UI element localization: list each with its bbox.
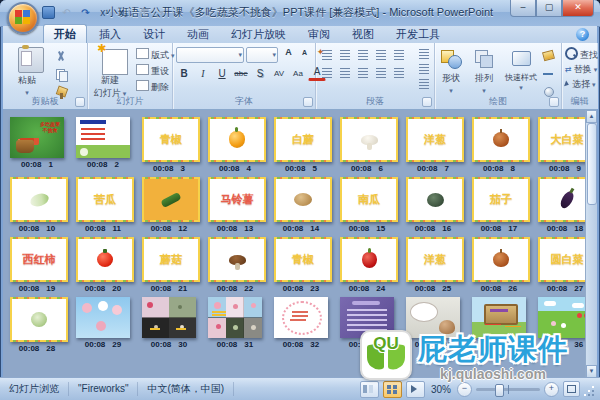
slide-thumbnail[interactable]: 00:0828 xyxy=(10,297,64,355)
slide-7-preview[interactable]: 洋葱 xyxy=(406,117,464,162)
slide-thumbnail[interactable]: 00:0816 xyxy=(406,177,460,235)
slide-20-preview[interactable] xyxy=(76,237,134,282)
slide-thumbnail[interactable]: 多吃蔬菜不挑食00:081 xyxy=(10,117,64,175)
slide-thumbnail[interactable]: 白蘑00:085 xyxy=(274,117,328,175)
arrange-button[interactable]: 排列▾ xyxy=(468,45,500,95)
scrollbar-thumb[interactable] xyxy=(587,123,597,205)
replace-button[interactable]: ⇄替换 ▾ xyxy=(562,62,597,77)
slide-26-preview[interactable] xyxy=(472,237,530,282)
tab-insert[interactable]: 插入 xyxy=(89,25,131,43)
normal-view-button[interactable] xyxy=(360,381,379,398)
tab-animations[interactable]: 动画 xyxy=(177,25,219,43)
slide-23-preview[interactable]: 青椒 xyxy=(274,237,332,282)
tab-design[interactable]: 设计 xyxy=(133,25,175,43)
fit-to-window-button[interactable] xyxy=(563,381,580,397)
slide-thumbnail[interactable]: 00:0812 xyxy=(142,177,196,235)
slide-2-preview[interactable] xyxy=(76,117,130,158)
slide-1-preview[interactable]: 多吃蔬菜不挑食 xyxy=(10,117,64,158)
character-spacing-button[interactable]: AV xyxy=(270,65,288,82)
bullets-button[interactable] xyxy=(318,47,335,62)
slide-thumbnail[interactable]: 圆白菜00:0827 xyxy=(538,237,592,295)
slide-8-preview[interactable] xyxy=(472,117,530,162)
slide-thumbnail[interactable]: 00:086 xyxy=(340,117,394,175)
underline-button[interactable]: U xyxy=(213,65,231,82)
slide-29-preview[interactable] xyxy=(76,297,130,338)
slide-16-preview[interactable] xyxy=(406,177,464,222)
tab-view[interactable]: 视图 xyxy=(342,25,384,43)
maximize-button[interactable]: ▢ xyxy=(536,0,562,17)
slide-24-preview[interactable] xyxy=(340,237,398,282)
slide-thumbnail[interactable]: 00:084 xyxy=(208,117,262,175)
align-center-button[interactable] xyxy=(336,65,353,80)
slide-thumbnail[interactable]: 00:0829 xyxy=(76,297,130,355)
increase-indent-button[interactable] xyxy=(372,47,389,62)
delete-button[interactable]: 删除 xyxy=(136,80,169,95)
slide-21-preview[interactable]: 蘑菇 xyxy=(142,237,200,282)
font-size-select[interactable]: ▾ xyxy=(246,47,278,63)
align-text-button[interactable] xyxy=(417,61,431,74)
quick-styles-button[interactable]: 快速样式▾ xyxy=(501,45,541,95)
minimize-button[interactable]: – xyxy=(510,0,536,17)
zoom-slider-thumb[interactable] xyxy=(495,384,504,397)
slideshow-view-button[interactable] xyxy=(406,381,425,398)
justify-button[interactable] xyxy=(372,65,389,80)
slide-5-preview[interactable]: 白蘑 xyxy=(274,117,332,162)
slide-30-preview[interactable] xyxy=(142,297,196,338)
slide-thumbnail[interactable]: 马铃薯00:0813 xyxy=(208,177,262,235)
slide-thumbnail[interactable]: 大白菜00:089 xyxy=(538,117,592,175)
slide-thumbnail[interactable]: 00:0820 xyxy=(76,237,130,295)
shape-fill-button[interactable] xyxy=(541,48,557,63)
slide-thumbnail[interactable]: 00:082 xyxy=(76,117,130,175)
slide-thumbnail[interactable]: 00:0830 xyxy=(142,297,196,355)
slide-thumbnail[interactable]: 西红柿00:0819 xyxy=(10,237,64,295)
shape-outline-button[interactable] xyxy=(541,66,557,81)
qat-more-icon[interactable]: ▾ xyxy=(154,5,169,20)
slide-12-preview[interactable] xyxy=(142,177,200,222)
slide-thumbnail[interactable]: 南瓜00:0815 xyxy=(340,177,394,235)
slide-31-preview[interactable] xyxy=(208,297,262,338)
slide-11-preview[interactable]: 苦瓜 xyxy=(76,177,134,222)
slide-thumbnail[interactable]: 茄子00:0817 xyxy=(472,177,526,235)
zoom-in-button[interactable]: + xyxy=(544,382,559,397)
align-left-button[interactable] xyxy=(318,65,335,80)
slide-thumbnail[interactable]: 00:0818 xyxy=(538,177,592,235)
paste-button[interactable]: 粘贴 ▾ xyxy=(5,45,49,95)
smartart-button[interactable] xyxy=(417,76,431,89)
slide-4-preview[interactable] xyxy=(208,117,266,162)
slide-14-preview[interactable] xyxy=(274,177,332,222)
cut-button[interactable] xyxy=(53,49,69,64)
bold-button[interactable]: B xyxy=(175,65,193,82)
slide-thumbnail[interactable]: 00:088 xyxy=(472,117,526,175)
slide-thumbnail[interactable]: 洋葱00:087 xyxy=(406,117,460,175)
font-dialog-launcher[interactable] xyxy=(303,97,313,107)
slide-thumbnail[interactable]: 洋葱00:0825 xyxy=(406,237,460,295)
slide-6-preview[interactable] xyxy=(340,117,398,162)
tab-review[interactable]: 审阅 xyxy=(298,25,340,43)
zoom-level[interactable]: 30% xyxy=(429,384,453,395)
clipboard-dialog-launcher[interactable] xyxy=(75,97,85,107)
slide-13-preview[interactable]: 马铃薯 xyxy=(208,177,266,222)
grow-font-button[interactable]: A xyxy=(281,45,296,60)
change-case-button[interactable]: Aa xyxy=(289,65,307,82)
scroll-up-icon[interactable]: ▲ xyxy=(586,110,597,123)
copy-button[interactable] xyxy=(53,67,69,82)
slide-28-preview[interactable] xyxy=(10,297,68,342)
zoom-slider[interactable] xyxy=(476,388,540,391)
slide-sorter-view-button[interactable] xyxy=(383,381,402,398)
strikethrough-button[interactable]: abe xyxy=(232,65,250,82)
numbering-button[interactable] xyxy=(336,47,353,62)
close-button[interactable]: ✕ xyxy=(562,0,594,17)
subscript-icon[interactable]: x₂ xyxy=(116,5,131,20)
slide-3-preview[interactable]: 青椒 xyxy=(142,117,200,162)
slide-thumbnail[interactable]: 青椒00:0823 xyxy=(274,237,328,295)
slide-thumbnail[interactable]: 00:0824 xyxy=(340,237,394,295)
slide-thumbnail[interactable]: 蘑菇00:0821 xyxy=(142,237,196,295)
slide-thumbnail[interactable]: 00:0831 xyxy=(208,297,262,355)
slide-thumbnail[interactable]: 00:0832 xyxy=(274,297,328,355)
reset-button[interactable]: 重设 xyxy=(136,64,169,79)
resize-grip[interactable] xyxy=(584,380,596,398)
slide-thumbnail[interactable]: 青椒00:083 xyxy=(142,117,196,175)
text-direction-button[interactable] xyxy=(417,46,431,59)
slide-thumbnail[interactable]: 00:0826 xyxy=(472,237,526,295)
slide-32-preview[interactable] xyxy=(274,297,328,338)
